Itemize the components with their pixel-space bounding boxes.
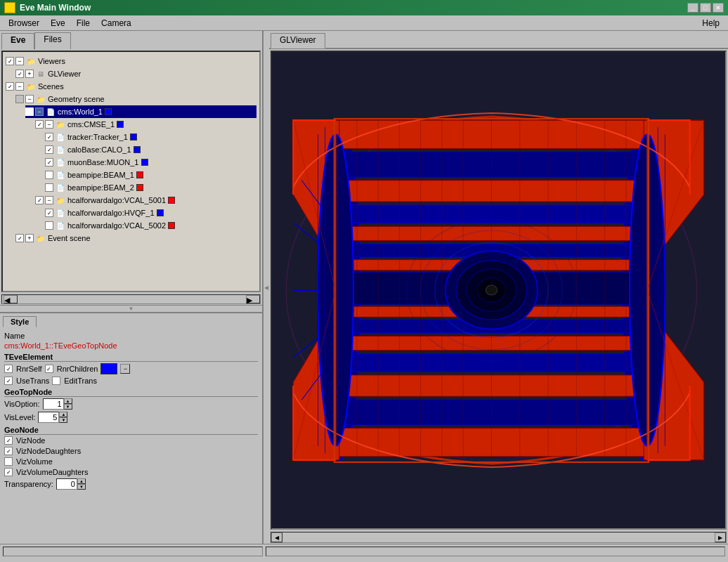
vizvolume-daughters-check[interactable]: VizVolumeDaughters xyxy=(4,468,89,476)
visoption-input[interactable] xyxy=(43,398,64,410)
checkbox-vizvolume[interactable] xyxy=(4,457,13,466)
checkbox-calo1[interactable] xyxy=(45,145,53,154)
maximize-button[interactable]: □ xyxy=(700,3,711,13)
vislevel-down[interactable]: ▼ xyxy=(59,417,67,423)
color-vcal5002 xyxy=(168,222,175,229)
checkbox-vcal5002[interactable] xyxy=(45,221,53,230)
tree-node-hvqf1[interactable]: 📄 hcalforwardalgo:HVQF_1 xyxy=(45,207,256,219)
vizvolume-check[interactable]: VizVolume xyxy=(4,457,53,466)
vert-divider[interactable] xyxy=(264,31,269,544)
usetrans-check[interactable]: UseTrans xyxy=(4,377,49,385)
label-calo1: caloBase:CALO_1 xyxy=(67,145,131,154)
checkbox-viewers[interactable] xyxy=(6,57,14,65)
tab-files[interactable]: Files xyxy=(34,32,70,49)
checkbox-rnrchildren[interactable] xyxy=(45,365,53,373)
visoption-spinbox[interactable]: ▲ ▼ xyxy=(43,398,72,410)
checkbox-hcal5001[interactable] xyxy=(35,196,44,204)
tree-node-muon1[interactable]: 📄 muonBase:MUON_1 xyxy=(45,156,256,169)
expand-geoscene[interactable]: − xyxy=(25,95,34,103)
checkbox-edittrans[interactable] xyxy=(52,377,60,385)
tree-node-glviewer[interactable]: + 🖥 GLViewer xyxy=(15,67,256,80)
checkbox-usetrans[interactable] xyxy=(4,377,13,385)
checkbox-cmse1[interactable] xyxy=(35,120,44,129)
vislevel-row: VisLevel: ▲ ▼ xyxy=(4,412,258,423)
tab-style[interactable]: Style xyxy=(3,316,37,327)
viznode-check[interactable]: VizNode xyxy=(4,436,45,445)
checkbox-viznode[interactable] xyxy=(4,436,13,445)
menu-help[interactable]: Help xyxy=(696,17,725,30)
visoption-label: VisOption: xyxy=(4,400,40,408)
panel-resize-handle[interactable]: ▼ xyxy=(0,305,262,312)
checkbox-world1[interactable] xyxy=(25,107,34,116)
menu-browser[interactable]: Browser xyxy=(3,17,45,30)
scroll-left[interactable]: ◀ xyxy=(4,295,18,303)
vislevel-up[interactable]: ▲ xyxy=(59,412,67,417)
expand-hcal5001[interactable]: − xyxy=(45,196,53,204)
scroll-right[interactable]: ▶ xyxy=(246,295,260,303)
checkbox-geoscene[interactable] xyxy=(15,95,24,103)
checkbox-muon1[interactable] xyxy=(45,158,53,166)
minimize-button[interactable]: _ xyxy=(687,3,698,13)
checkbox-beam1[interactable] xyxy=(45,171,53,179)
name-label: Name xyxy=(4,332,258,340)
checkbox-hvqf1[interactable] xyxy=(45,209,53,217)
checkbox-viznodedaughters[interactable] xyxy=(4,447,13,455)
rnrself-label: RnrSelf xyxy=(16,365,42,373)
menu-eve[interactable]: Eve xyxy=(45,17,71,30)
tree-node-calo1[interactable]: 📄 caloBase:CALO_1 xyxy=(45,143,256,156)
transparency-spinbox[interactable]: ▲ ▼ xyxy=(56,478,86,490)
tree-node-tracker1[interactable]: 📄 tracker:Tracker_1 xyxy=(45,131,256,143)
folder-icon-scenes: 📁 xyxy=(25,81,37,91)
vislevel-input[interactable] xyxy=(38,412,59,423)
gl-scroll-right[interactable]: ▶ xyxy=(715,532,726,542)
vizvolume-daughters-row: VizVolumeDaughters xyxy=(4,468,258,476)
tree-node-hcal5001[interactable]: − 📁 hcalforwardalgo:VCAL_5001 xyxy=(35,194,256,207)
expand-cmse1[interactable]: − xyxy=(45,120,53,129)
gl-viewport[interactable] xyxy=(271,51,727,530)
transparency-up[interactable]: ▲ xyxy=(77,478,86,484)
label-viewers: Viewers xyxy=(38,57,65,65)
checkbox-eventscene[interactable] xyxy=(15,234,24,242)
tree-node-beam2[interactable]: 📄 beampipe:BEAM_2 xyxy=(45,181,256,194)
color-swatch-main[interactable] xyxy=(100,363,117,374)
tree-node-world1[interactable]: − 📄 cms:World_1 xyxy=(25,105,256,118)
viznodedaughters-check[interactable]: VizNodeDaughters xyxy=(4,447,81,455)
checkbox-beam2[interactable] xyxy=(45,183,53,192)
vislevel-spinbox[interactable]: ▲ ▼ xyxy=(38,412,67,423)
close-button[interactable]: × xyxy=(713,3,724,13)
expand-world1[interactable]: − xyxy=(35,107,44,116)
checkbox-scenes[interactable] xyxy=(6,82,14,91)
tree-node-viewers[interactable]: − 📁 Viewers xyxy=(6,55,256,67)
geo-top-node-label: GeoTopNode xyxy=(4,388,258,397)
tree-node-scenes[interactable]: − 📁 Scenes xyxy=(6,80,256,93)
tab-glviewer[interactable]: GLViewer xyxy=(271,33,325,48)
tree-node-vcal5002[interactable]: 📄 hcalforwardalgo:VCAL_5002 xyxy=(45,219,256,232)
expand-glviewer[interactable]: + xyxy=(25,70,34,78)
tree-node-beam1[interactable]: 📄 beampipe:BEAM_1 xyxy=(45,169,256,181)
transparency-input[interactable] xyxy=(56,478,77,490)
checkbox-rnrself[interactable] xyxy=(4,365,13,373)
expand-eventscene[interactable]: + xyxy=(25,234,34,242)
checkbox-tracker1[interactable] xyxy=(45,133,53,141)
visoption-down[interactable]: ▼ xyxy=(64,404,72,410)
tab-eve[interactable]: Eve xyxy=(1,33,34,50)
expand-scenes[interactable]: − xyxy=(15,82,24,91)
gl-hscroll[interactable]: ◀ ▶ xyxy=(271,532,727,543)
menu-file[interactable]: File xyxy=(71,17,96,30)
tree-hscroll[interactable]: ◀ ▶ xyxy=(1,294,261,304)
checkbox-glviewer[interactable] xyxy=(15,70,24,78)
expand-viewers[interactable]: − xyxy=(15,57,24,65)
tree-node-cmse1[interactable]: − 📁 cms:CMSE_1 xyxy=(35,118,256,131)
transparency-down[interactable]: ▼ xyxy=(77,484,86,490)
tree-node-geoscene[interactable]: − 📁 Geometry scene xyxy=(15,93,256,105)
rnrchildren-check[interactable]: RnrChildren xyxy=(45,365,98,373)
tree-area[interactable]: − 📁 Viewers + 🖥 GLViewer − 📁 Scenes xyxy=(1,51,261,292)
visoption-up[interactable]: ▲ xyxy=(64,398,72,404)
menu-camera[interactable]: Camera xyxy=(96,17,137,30)
rnrself-check[interactable]: RnrSelf xyxy=(4,365,42,373)
gl-scroll-left[interactable]: ◀ xyxy=(271,532,282,542)
checkbox-vizvolumedaughters[interactable] xyxy=(4,468,13,476)
color-dash-btn[interactable]: − xyxy=(120,364,130,374)
tree-node-eventscene[interactable]: + 📁 Event scene xyxy=(15,232,256,244)
edittrans-check[interactable]: EditTrans xyxy=(52,377,97,385)
